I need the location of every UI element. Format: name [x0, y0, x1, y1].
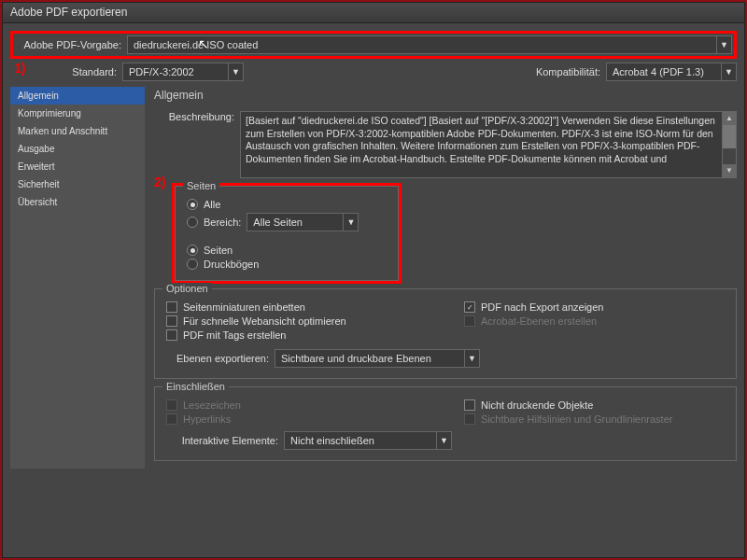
pages-group: Seiten Alle Bereich: Alle Seiten ▼ Seite…	[175, 186, 399, 281]
annotation-2: 2)	[154, 175, 165, 189]
compat-value: Acrobat 4 (PDF 1.3)	[607, 66, 721, 77]
check-bookmarks	[166, 399, 177, 411]
chevron-down-icon[interactable]: ▼	[464, 350, 479, 367]
interactive-label: Interaktive Elemente:	[166, 435, 278, 446]
scroll-up-icon[interactable]: ▲	[723, 112, 736, 125]
sidebar-item-erweitert[interactable]: Erweitert	[10, 158, 145, 175]
standard-value: PDF/X-3:2002	[123, 66, 228, 77]
scroll-down-icon[interactable]: ▼	[723, 164, 736, 177]
description-text: [Basiert auf "diedruckerei.de ISO coated…	[241, 112, 722, 177]
chevron-down-icon[interactable]: ▼	[228, 63, 243, 80]
preset-label: Adobe PDF-Vorgabe:	[15, 39, 127, 50]
sidebar-item-marken[interactable]: Marken und Anschnitt	[10, 122, 145, 140]
standard-label: Standard:	[10, 66, 122, 77]
check-tagged[interactable]	[166, 329, 177, 341]
radio-pages[interactable]	[187, 245, 198, 256]
scrollbar[interactable]: ▲ ▼	[722, 112, 736, 177]
chevron-down-icon[interactable]: ▼	[716, 36, 731, 53]
scroll-thumb[interactable]	[723, 125, 736, 148]
chevron-down-icon[interactable]: ▼	[343, 214, 358, 231]
chevron-down-icon[interactable]: ▼	[721, 63, 736, 80]
check-view[interactable]	[464, 301, 475, 313]
export-layers-label: Ebenen exportieren:	[166, 353, 269, 364]
range-value: Alle Seiten	[247, 217, 343, 228]
sidebar: Allgemein Komprimierung Marken und Ansch…	[10, 87, 145, 469]
check-nonprint[interactable]	[464, 399, 475, 411]
radio-all[interactable]	[187, 199, 198, 210]
check-layers-label: Acrobat-Ebenen erstellen	[481, 315, 597, 327]
preset-row: Adobe PDF-Vorgabe: diedruckerei.de ISO c…	[10, 31, 737, 59]
check-bookmarks-label: Lesezeichen	[183, 399, 241, 411]
interactive-value: Nicht einschließen	[285, 435, 436, 446]
sidebar-item-uebersicht[interactable]: Übersicht	[10, 193, 145, 211]
check-tagged-label: PDF mit Tags erstellen	[183, 329, 286, 341]
interactive-dropdown[interactable]: Nicht einschließen ▼	[284, 431, 452, 450]
radio-spreads[interactable]	[187, 259, 198, 270]
check-layers	[464, 315, 475, 327]
include-group: Einschließen Lesezeichen Hyperlinks Nich…	[154, 386, 737, 461]
titlebar: Adobe PDF exportieren	[3, 3, 744, 23]
include-legend: Einschließen	[162, 381, 229, 392]
check-view-label: PDF nach Export anzeigen	[481, 301, 603, 313]
check-thumbs[interactable]	[166, 301, 177, 313]
check-thumbs-label: Seitenminiaturen einbetten	[183, 301, 305, 313]
radio-range-label: Bereich:	[204, 217, 241, 228]
check-fastweb-label: Für schnelle Webansicht optimieren	[183, 315, 346, 327]
check-nonprint-label: Nicht druckende Objekte	[481, 399, 593, 411]
sidebar-item-sicherheit[interactable]: Sicherheit	[10, 175, 145, 193]
check-guides	[464, 413, 475, 425]
chevron-down-icon[interactable]: ▼	[436, 432, 451, 449]
compat-label: Kompatibilität:	[536, 66, 606, 77]
check-guides-label: Sichtbare Hilfslinien und Grundlinienras…	[481, 413, 672, 425]
sidebar-item-ausgabe[interactable]: Ausgabe	[10, 140, 145, 158]
description-label: Beschreibung:	[154, 111, 234, 178]
standard-dropdown[interactable]: PDF/X-3:2002 ▼	[122, 63, 244, 81]
preset-dropdown[interactable]: diedruckerei.de ISO coated ▼	[127, 35, 732, 54]
radio-all-label: Alle	[204, 199, 220, 210]
sidebar-item-allgemein[interactable]: Allgemein	[10, 87, 145, 105]
check-hyperlinks-label: Hyperlinks	[183, 413, 231, 425]
preset-value: diedruckerei.de ISO coated	[128, 39, 716, 50]
check-fastweb[interactable]	[166, 315, 177, 327]
description-box: [Basiert auf "diedruckerei.de ISO coated…	[240, 111, 737, 178]
export-layers-dropdown[interactable]: Sichtbare und druckbare Ebenen ▼	[275, 349, 480, 368]
options-legend: Optionen	[162, 283, 212, 294]
pages-legend: Seiten	[183, 180, 219, 191]
panel-heading: Allgemein	[154, 89, 737, 102]
compat-dropdown[interactable]: Acrobat 4 (PDF 1.3) ▼	[606, 63, 737, 81]
check-hyperlinks	[166, 413, 177, 425]
export-layers-value: Sichtbare und druckbare Ebenen	[275, 353, 464, 364]
sidebar-item-komprimierung[interactable]: Komprimierung	[10, 105, 145, 122]
radio-pages-label: Seiten	[204, 245, 233, 256]
options-group: Optionen Seitenminiaturen einbetten Für …	[154, 288, 737, 379]
radio-spreads-label: Druckbögen	[204, 259, 259, 270]
radio-range[interactable]	[187, 217, 198, 228]
range-dropdown[interactable]: Alle Seiten ▼	[247, 213, 359, 231]
